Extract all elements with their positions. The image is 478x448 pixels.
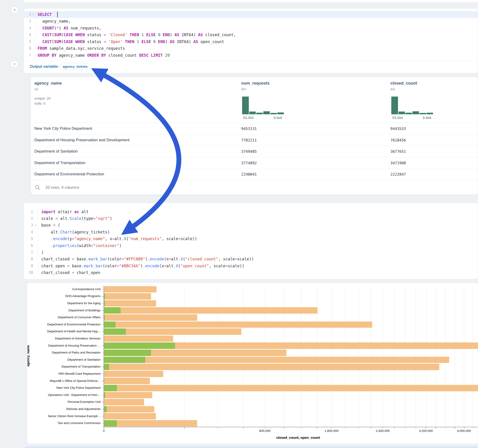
token: CASE WHEN [64, 32, 85, 37]
row-separator [31, 146, 478, 146]
column-header-name[interactable]: num_requests [241, 81, 270, 86]
cell-num-requests: 9453131 [241, 126, 257, 131]
column-header-type: i64 [390, 87, 395, 91]
code-line: 8chart_closed = base.mark_bar(color="#FF… [24, 256, 478, 262]
token: as [74, 210, 79, 214]
token: .X [173, 264, 178, 268]
histogram-bar [249, 112, 256, 114]
token: AS [198, 32, 203, 37]
token: ) [41, 250, 44, 255]
token: SELECT [38, 12, 54, 17]
code-text: GROUP BY agency_name ORDER BY closed_cou… [35, 53, 170, 58]
token: chart_open [41, 264, 67, 268]
line-number: 4 [24, 230, 33, 234]
token: FROM [38, 46, 47, 51]
token: ( [61, 32, 63, 37]
token [41, 236, 51, 241]
token: num_requests, [68, 26, 101, 31]
token: "agency_name" [74, 236, 105, 241]
token: .properties [51, 243, 77, 248]
token: ) [59, 26, 63, 31]
token: COUNT [42, 26, 54, 31]
token: (y [67, 236, 72, 241]
token: import [41, 210, 55, 214]
line-number: 1 [24, 12, 31, 17]
code-text: alt.Chart(agency_tickets) [38, 230, 110, 234]
token: , scale [218, 257, 235, 261]
token: 0 [158, 32, 160, 37]
token [127, 32, 130, 37]
token: (width [77, 243, 91, 248]
text-cursor [57, 12, 58, 17]
token: AS [194, 39, 198, 44]
line-number: 10 [24, 271, 33, 275]
token [151, 39, 153, 44]
code-line: 4 alt.Chart(agency_tickets) [24, 229, 478, 235]
token: ( [55, 223, 60, 227]
collapse-chevron-icon[interactable]: ∨ [31, 13, 35, 16]
token: 1 [137, 39, 139, 44]
histogram-bar [263, 111, 270, 114]
line-number: 9 [24, 264, 33, 268]
token: = [55, 216, 58, 221]
token: SUM [54, 39, 61, 44]
line-number: 3 [24, 26, 31, 30]
code-text: scale = alt.Scale(type="sqrt") [38, 216, 112, 221]
code-line: 9chart_open = base.mark_bar(color="#8BC3… [24, 262, 478, 269]
token: THEN [125, 39, 134, 44]
token [139, 39, 141, 44]
token: alt [171, 257, 178, 261]
cell-num-requests: 2240041 [241, 172, 257, 176]
token: ( [61, 39, 63, 44]
token: .encode [143, 264, 159, 268]
sql-code-cell[interactable]: 1∨SELECT 2 agency_name,3 COUNT(*) AS num… [24, 8, 478, 73]
histogram-max-label: 9.4e6 [423, 116, 431, 120]
python-code-cell[interactable]: 1import altair as alt2scale = alt.Scale(… [24, 203, 478, 279]
token: ORDER BY [87, 53, 106, 58]
column-histogram [391, 96, 433, 114]
token: .X [178, 257, 183, 261]
cell-agency-name: Department of Sanitation [34, 149, 78, 154]
token: LIMIT [151, 53, 163, 58]
histogram-min-label: 53,304 [392, 116, 403, 120]
token: = [104, 32, 106, 37]
token: "open_count" [181, 264, 209, 268]
line-number: 7 [24, 250, 33, 255]
cell-closed-count: 3677651 [390, 149, 406, 154]
token: ) [140, 264, 143, 268]
token: * [57, 26, 59, 31]
code-line: 5 CAST(SUM(CASE WHEN status = 'Open' THE… [24, 38, 478, 45]
output-variable-pill[interactable]: agency_tickets [61, 63, 88, 70]
add-cell-button-top[interactable]: + [11, 6, 18, 14]
search-icon[interactable] [35, 185, 40, 190]
token: + [72, 270, 74, 275]
token: DESC [139, 53, 149, 58]
collapse-chevron-icon[interactable]: ∨ [33, 224, 38, 227]
cell-closed-count: 7618456 [390, 138, 406, 143]
token: ) [110, 216, 112, 221]
token [163, 53, 165, 58]
line-number: 3 [24, 223, 33, 227]
token: = [178, 236, 181, 241]
token: closed_count, [203, 32, 236, 37]
chart-y-axis-title: agency_name [26, 333, 30, 379]
code-text: CAST(SUM(CASE WHEN status = 'Open' THEN … [35, 39, 224, 44]
token: base [74, 257, 86, 261]
token: .mark_bar [86, 257, 107, 261]
column-header-name[interactable]: closed_count [390, 81, 417, 86]
add-cell-button-output[interactable]: + [11, 60, 18, 68]
column-stat: unique: 20 [34, 96, 50, 100]
token: closed_count [106, 53, 139, 58]
table-footer-summary: 20 rows, 4 columns [45, 185, 79, 190]
token: base [70, 264, 82, 268]
code-text: base = ( [38, 223, 60, 227]
column-header-name[interactable]: agency_name [34, 81, 62, 86]
column-histogram [242, 96, 284, 114]
token: "num_requests" [129, 236, 162, 241]
histogram-max-label: 9.5e6 [273, 116, 282, 120]
histogram-bar [427, 113, 433, 114]
token: ) [145, 257, 147, 261]
token: 1 [142, 32, 144, 37]
line-number: 2 [24, 216, 33, 221]
token [41, 243, 51, 248]
